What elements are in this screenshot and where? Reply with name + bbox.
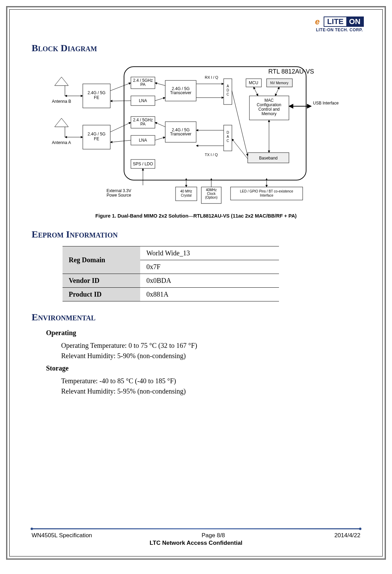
block-diagram-figure: RTL 8812AU-VS Antenna B Antenna A 2.4G /… [52,63,340,219]
svg-line-28 [155,137,165,140]
svg-text:LNA: LNA [139,98,147,103]
svg-text:TX I / Q: TX I / Q [205,153,218,157]
storage-subheading: Storage [46,364,360,372]
svg-text:RX I / Q: RX I / Q [205,75,219,79]
svg-line-49 [232,91,248,156]
svg-line-17 [110,83,131,91]
usb-label: USB Interface [313,101,339,106]
svg-text:SPS / LDO: SPS / LDO [133,162,153,166]
vendor-id-value: 0x0BDA [140,274,279,288]
footer-divider [32,528,360,529]
reg-domain-value-2: 0x7F [140,260,279,274]
reg-domain-header: Reg Domain [63,246,140,274]
reg-domain-value-1: World Wide_13 [140,246,279,260]
svg-line-18 [110,101,131,101]
svg-line-27 [155,122,165,127]
antenna-b-icon [55,77,68,96]
chip-label: RTL 8812AU-VS [268,68,314,75]
environmental-section: Operating Operating Temperature: 0 to 75… [46,329,360,396]
svg-line-46 [275,87,279,96]
operating-temperature: Operating Temperature: 0 to 75 °C (32 to… [61,340,360,351]
operating-humidity: Relevant Humidity: 5-90% (non-condensing… [61,351,360,361]
liteon-logo: e LITE ON LITE-ON TECH. CORP. [310,16,369,32]
svg-text:DAC: DAC [226,131,229,143]
logo-swoosh-icon: e [315,17,320,26]
operating-subheading: Operating [46,329,360,337]
antenna-b-label: Antenna B [52,99,71,104]
logo-text-on: ON [346,17,363,26]
svg-text:2.4G / 5GTransceiver: 2.4G / 5GTransceiver [170,128,191,136]
svg-text:LNA: LNA [139,138,147,143]
product-id-value: 0x881A [140,288,279,301]
footer-date: 2014/4/22 [334,532,360,539]
svg-line-50 [232,139,248,159]
svg-text:Baseband: Baseband [259,156,277,161]
page-footer: WN4505L Specification Page 8/8 2014/4/22… [32,528,360,547]
svg-line-20 [110,140,131,142]
footer-confidential: LTC Network Access Confidential [32,540,360,547]
figure-caption-b: RTL8812AU-VS (11ac 2x2 MAC/BB/RF + PA) [193,213,297,219]
figure-caption: Figure 1. Dual-Band MIMO 2x2 Solution—RT… [52,213,340,219]
svg-line-45 [254,87,258,96]
antenna-a-icon [55,118,68,137]
footer-doc-name: WN4505L Specification [32,532,92,539]
antenna-a-label: Antenna A [52,140,71,145]
svg-text:40  MHzCrystal: 40 MHzCrystal [180,189,192,197]
section-block-diagram-heading: Block Diagram [32,43,360,54]
section-eeprom-heading: Eeprom Information [32,229,360,240]
svg-text:ADC: ADC [226,84,229,96]
svg-line-19 [110,122,131,132]
figure-caption-a: Figure 1. Dual-Band MIMO 2x2 Solution [96,213,189,219]
eeprom-table: Reg Domain World Wide_13 0x7F Vendor ID … [63,246,279,301]
logo-subtitle: LITE-ON TECH. CORP. [310,27,369,32]
svg-text:2.4G / 5GTransceiver: 2.4G / 5GTransceiver [170,86,191,95]
svg-text:NV Memory: NV Memory [270,81,288,85]
product-id-header: Product ID [63,288,140,301]
section-environmental-heading: Environmental [32,312,360,323]
vendor-id-header: Vendor ID [63,274,140,288]
svg-line-26 [155,98,165,101]
svg-text:MCU: MCU [249,80,258,85]
svg-text:External 3.3VPowe Source: External 3.3VPowe Source [106,188,131,198]
svg-line-25 [155,83,165,86]
logo-text-lite: LITE [324,17,346,26]
storage-humidity: Relevant Humidity: 5-95% (non-condensing… [61,386,360,396]
footer-page-number: Page 8/8 [202,532,225,539]
storage-temperature: Temperature: -40 to 85 °C (-40 to 185 °F… [61,376,360,386]
